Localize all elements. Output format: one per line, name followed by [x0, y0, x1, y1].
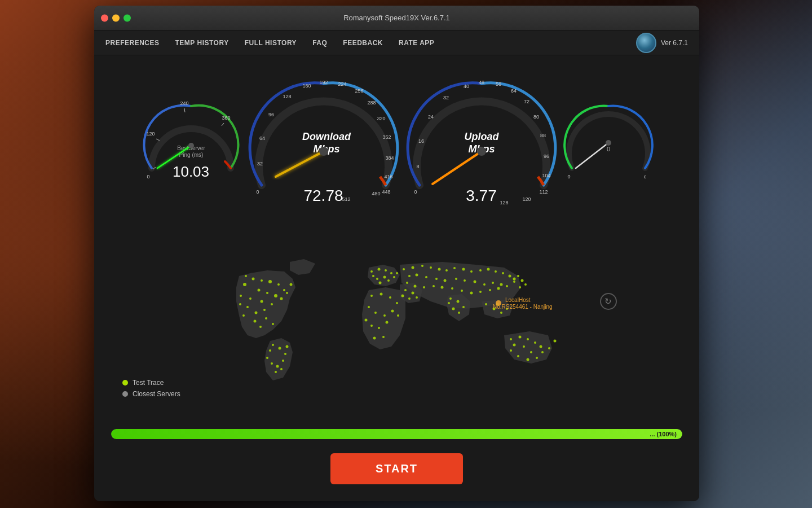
world-map-container: LocalHost No.RS254461 - Nanjing ↻	[205, 248, 589, 395]
svg-text:112: 112	[539, 189, 548, 195]
menu-feedback[interactable]: FEEDBACK	[343, 39, 383, 47]
test-trace-dot	[122, 380, 128, 386]
svg-point-156	[473, 281, 476, 283]
close-button[interactable]	[101, 14, 108, 21]
svg-text:160: 160	[302, 83, 311, 89]
svg-point-83	[245, 275, 247, 277]
svg-text:384: 384	[385, 155, 394, 161]
svg-text:96: 96	[543, 154, 549, 159]
start-button[interactable]: START	[330, 453, 463, 484]
svg-point-115	[385, 321, 388, 324]
svg-text:0: 0	[256, 189, 259, 195]
svg-point-123	[411, 266, 414, 269]
svg-line-1	[156, 139, 160, 141]
svg-text:80: 80	[533, 114, 539, 120]
svg-point-195	[513, 278, 515, 281]
svg-point-90	[271, 362, 273, 365]
svg-point-64	[257, 289, 260, 292]
svg-point-82	[240, 295, 242, 297]
svg-point-137	[506, 285, 508, 287]
svg-point-171	[404, 289, 407, 291]
svg-text:48: 48	[478, 80, 484, 85]
svg-point-63	[277, 283, 280, 286]
title-bar: Romanysoft Speed19X Ver.6.7.1	[94, 6, 699, 30]
menu-preferences[interactable]: PREFERENCES	[105, 39, 160, 47]
svg-text:16: 16	[418, 138, 423, 144]
svg-point-140	[479, 291, 482, 293]
svg-line-3	[222, 123, 224, 126]
svg-point-61	[261, 279, 263, 282]
svg-point-139	[489, 289, 491, 291]
svg-point-106	[396, 272, 398, 274]
svg-point-161	[456, 300, 459, 303]
svg-point-67	[283, 289, 285, 291]
map-section: Test Trace Closest Servers	[105, 222, 688, 421]
svg-point-95	[280, 368, 283, 370]
map-legend: Test Trace Closest Servers	[122, 379, 180, 398]
svg-point-187	[530, 351, 532, 353]
svg-point-32	[319, 147, 328, 156]
svg-point-75	[253, 320, 256, 323]
svg-point-87	[284, 353, 286, 355]
svg-point-78	[259, 326, 262, 328]
svg-point-117	[370, 325, 373, 327]
svg-text:Download: Download	[302, 131, 351, 142]
svg-text:40: 40	[463, 84, 469, 89]
svg-point-119	[397, 314, 399, 317]
svg-text:24: 24	[427, 114, 433, 120]
menu-temp-history[interactable]: TEMP HISTORY	[175, 39, 229, 47]
svg-point-157	[483, 283, 486, 286]
svg-text:Upload: Upload	[464, 131, 499, 142]
gauges-row: 0 120 240 360 BestServer Ping (ms) 10.03	[105, 67, 688, 213]
svg-point-107	[370, 295, 373, 297]
app-window: Romanysoft Speed19X Ver.6.7.1 PREFERENCE…	[94, 6, 699, 501]
menu-rate-app[interactable]: RATE APP	[399, 39, 434, 47]
svg-point-76	[265, 317, 267, 319]
svg-point-153	[443, 279, 446, 282]
svg-text:192: 192	[319, 80, 328, 85]
legend-test-trace: Test Trace	[122, 379, 180, 387]
download-gauge: 0 32 64 96 128 160 192 224 256 288 320 3…	[248, 72, 400, 208]
svg-point-166	[485, 303, 487, 305]
maximize-button[interactable]	[123, 14, 131, 21]
svg-text:240: 240	[180, 100, 188, 106]
progress-bar-background: ... (100%)	[111, 429, 682, 439]
svg-point-163	[458, 312, 460, 314]
minimize-button[interactable]	[112, 14, 120, 21]
progress-area: ... (100%)	[105, 429, 688, 439]
menu-faq[interactable]: FAQ	[312, 39, 327, 47]
svg-point-59	[243, 283, 246, 286]
svg-point-135	[508, 275, 511, 278]
menu-full-history[interactable]: FULL HISTORY	[245, 39, 297, 47]
menu-bar: PREFERENCES TEMP HISTORY FULL HISTORY FA…	[94, 30, 699, 55]
svg-point-84	[239, 303, 241, 305]
svg-point-66	[274, 294, 277, 297]
svg-point-53	[477, 147, 486, 156]
svg-text:416: 416	[384, 174, 392, 179]
svg-point-77	[272, 323, 274, 325]
svg-point-181	[541, 351, 544, 353]
svg-text:256: 256	[355, 88, 363, 94]
refresh-button[interactable]: ↻	[600, 293, 617, 310]
svg-point-177	[518, 336, 521, 339]
svg-point-172	[411, 292, 414, 295]
svg-text:8: 8	[416, 164, 419, 169]
svg-point-193	[524, 283, 527, 286]
svg-text:120: 120	[522, 196, 531, 202]
svg-point-154	[455, 278, 457, 280]
svg-text:c: c	[643, 174, 646, 179]
svg-point-131	[479, 269, 482, 271]
svg-text:128: 128	[500, 200, 508, 205]
svg-point-116	[378, 327, 380, 329]
svg-text:64: 64	[510, 88, 516, 94]
legend-closest-servers: Closest Servers	[122, 390, 180, 398]
svg-point-132	[487, 268, 489, 271]
svg-point-102	[387, 279, 390, 282]
svg-point-80	[286, 292, 288, 294]
svg-text:448: 448	[382, 189, 390, 195]
svg-point-114	[368, 306, 370, 308]
svg-point-184	[517, 355, 519, 357]
svg-point-134	[502, 272, 504, 274]
svg-text:0: 0	[414, 189, 417, 195]
svg-point-126	[438, 268, 440, 271]
